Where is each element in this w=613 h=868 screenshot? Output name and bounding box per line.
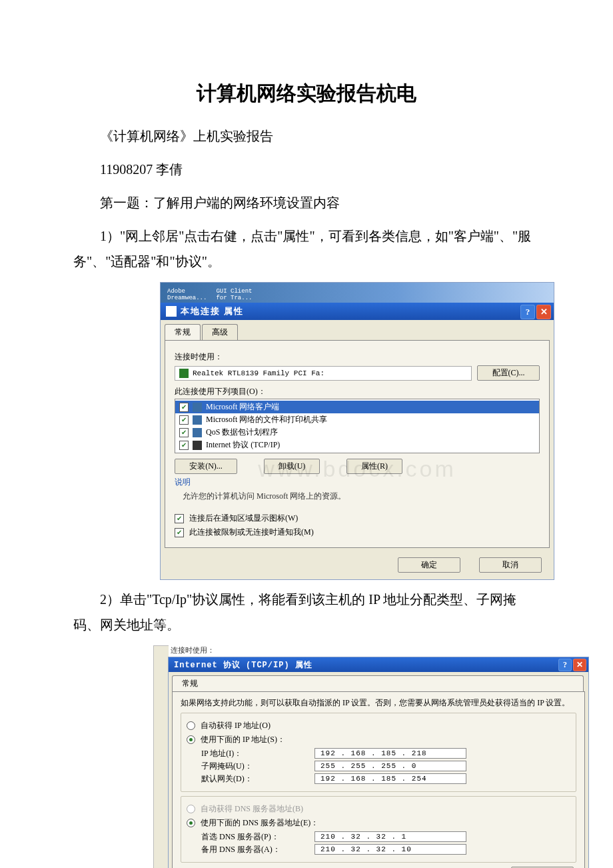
help-button[interactable]: ?	[558, 659, 572, 671]
nic-icon	[179, 369, 189, 378]
help-button[interactable]: ?	[520, 305, 535, 319]
radio-auto-ip[interactable]	[187, 721, 195, 730]
label-dns2: 备用 DNS 服务器(A)：	[201, 844, 314, 855]
subnet-mask-field[interactable]: 255 . 255 . 255 . 0	[314, 761, 466, 771]
radio-label: 自动获得 IP 地址(O)	[201, 720, 271, 731]
cancel-button[interactable]: 取消	[479, 557, 542, 573]
checkbox-icon[interactable]: ✔	[179, 415, 189, 425]
install-button[interactable]: 安装(N)...	[175, 459, 237, 474]
ok-button[interactable]: 确定	[398, 557, 460, 573]
info-blurb: 如果网络支持此功能，则可以获取自动指派的 IP 设置。否则，您需要从网络系统管理…	[181, 697, 576, 709]
checkbox-icon[interactable]: ✔	[179, 441, 189, 450]
figure-local-connection-properties: AdobeDreamwea... GUI Clientfor Tra... 本地…	[160, 282, 554, 580]
close-button[interactable]: ✕	[536, 305, 551, 319]
radio-label-disabled: 自动获得 DNS 服务器地址(B)	[201, 803, 303, 815]
checkbox-limited-icon[interactable]: ✔	[175, 528, 184, 537]
adapter-field: Realtek RTL8139 Family PCI Fa:	[175, 366, 472, 381]
desktop-icon-dreamweaver: AdobeDreamwea...	[167, 288, 207, 303]
panel-general: 如果网络支持此功能，则可以获取自动指派的 IP 设置。否则，您需要从网络系统管理…	[172, 691, 585, 868]
checkbox-notify-icon[interactable]: ✔	[175, 514, 184, 523]
desktop-icon-gui-client: GUI Clientfor Tra...	[216, 288, 252, 303]
tab-advanced[interactable]: 高级	[202, 324, 238, 340]
parent-label-connect: 连接时使用：	[171, 645, 593, 655]
dns2-field[interactable]: 210 . 32 . 32 . 10	[314, 844, 466, 855]
paragraph-report-title: 《计算机网络》上机实验报告	[73, 123, 540, 149]
panel-general: 连接时使用： Realtek RTL8139 Family PCI Fa: 配置…	[165, 340, 550, 548]
label-connect-using: 连接时使用：	[175, 351, 540, 363]
uninstall-button[interactable]: 卸载(U)	[264, 459, 320, 474]
window-titlebar: Internet 协议 (TCP/IP) 属性 ? ✕	[169, 657, 588, 672]
configure-button[interactable]: 配置(C)...	[477, 365, 540, 381]
checkbox-icon[interactable]: ✔	[179, 403, 189, 412]
paragraph-q1-heading: 第一题：了解用户端的网络环境设置内容	[73, 190, 540, 215]
ip-address-field[interactable]: 192 . 168 . 185 . 218	[314, 748, 466, 759]
list-item-label: Microsoft 网络的文件和打印机共享	[206, 414, 327, 425]
radio-auto-dns	[187, 805, 195, 813]
figure-tcpip-properties: 文命看改 连接时使用： Internet 协议 (TCP/IP) 属性 ? ✕ …	[153, 645, 593, 868]
ip-group: 自动获得 IP 地址(O) 使用下面的 IP 地址(S)： IP 地址(I)：1…	[181, 713, 576, 792]
items-listbox[interactable]: ✔ Microsoft 网络客户端 ✔ Microsoft 网络的文件和打印机共…	[175, 399, 540, 453]
document-page: 计算机网络实验报告杭电 《计算机网络》上机实验报告 11908207 李倩 第一…	[0, 0, 613, 868]
list-item-tcpip[interactable]: ✔ Internet 协议 (TCP/IP)	[175, 439, 539, 451]
close-button[interactable]: ✕	[573, 659, 586, 671]
list-item-label: Internet 协议 (TCP/IP)	[206, 439, 280, 451]
label-mask: 子网掩码(U)：	[201, 761, 314, 772]
adapter-name: Realtek RTL8139 Family PCI Fa:	[193, 369, 324, 377]
desktop-strip: AdobeDreamwea... GUI Clientfor Tra...	[161, 283, 554, 303]
checkbox-label: 连接后在通知区域显示图标(W)	[189, 513, 298, 524]
service-icon	[193, 415, 202, 425]
paragraph-q1-step1: 1）"网上邻居"点击右健，点击"属性"，可看到各类信息，如"客户端"、"服务"、…	[73, 223, 540, 274]
radio-manual-dns[interactable]	[187, 819, 195, 827]
radio-manual-ip[interactable]	[187, 735, 195, 744]
list-item-file-printer[interactable]: ✔ Microsoft 网络的文件和打印机共享	[175, 413, 539, 426]
radio-label: 使用下面的 IP 地址(S)：	[201, 734, 285, 745]
protocol-icon	[193, 441, 202, 450]
list-item-label: Microsoft 网络客户端	[206, 401, 279, 413]
paragraph-author: 11908207 李倩	[73, 157, 540, 182]
tabs: 常规 高级	[161, 320, 554, 340]
gateway-field[interactable]: 192 . 168 . 185 . 254	[314, 773, 466, 784]
window-icon	[166, 306, 177, 317]
label-ip: IP 地址(I)：	[201, 748, 314, 759]
checkbox-icon[interactable]: ✔	[179, 428, 189, 437]
list-item-label: QoS 数据包计划程序	[206, 427, 278, 438]
doc-title: 计算机网络实验报告杭电	[73, 80, 540, 107]
label-description-heading: 说明	[175, 477, 540, 488]
label-gateway: 默认网关(D)：	[201, 773, 314, 785]
properties-button[interactable]: 属性(R)	[346, 459, 402, 474]
tab-general[interactable]: 常规	[172, 675, 584, 691]
service-icon	[193, 428, 202, 437]
checkbox-label: 此连接被限制或无连接时通知我(M)	[189, 527, 314, 538]
dns1-field[interactable]: 210 . 32 . 32 . 1	[314, 831, 466, 842]
window-titlebar: 本地连接 属性 ? ✕	[161, 303, 554, 320]
description-text: 允许您的计算机访问 Microsoft 网络上的资源。	[183, 491, 540, 502]
list-item-ms-client[interactable]: ✔ Microsoft 网络客户端	[175, 401, 539, 413]
label-dns1: 首选 DNS 服务器(P)：	[201, 831, 314, 843]
paragraph-q1-step2: 2）单击"Tcp/Ip"协议属性，将能看到该主机的 IP 地址分配类型、子网掩码…	[73, 587, 540, 637]
dns-group: 自动获得 DNS 服务器地址(B) 使用下面的 DNS 服务器地址(E)： 首选…	[181, 796, 576, 863]
tabs: 常规	[169, 672, 588, 691]
window-title: Internet 协议 (TCP/IP) 属性	[174, 659, 312, 671]
label-items: 此连接使用下列项目(O)：	[175, 386, 540, 397]
tab-general[interactable]: 常规	[165, 324, 201, 340]
client-icon	[193, 403, 202, 412]
window-title: 本地连接 属性	[181, 305, 244, 317]
parent-window-edge	[153, 645, 169, 868]
radio-label: 使用下面的 DNS 服务器地址(E)：	[201, 817, 318, 829]
list-item-qos[interactable]: ✔ QoS 数据包计划程序	[175, 426, 539, 439]
